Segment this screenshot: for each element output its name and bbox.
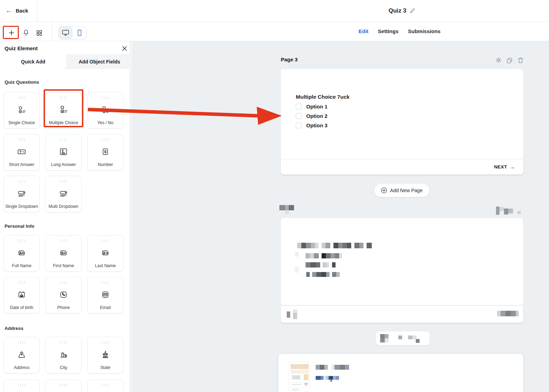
option-checkbox[interactable] bbox=[296, 122, 302, 128]
tab-quick-add[interactable]: Quick Add bbox=[0, 54, 66, 69]
redacted-question-title bbox=[297, 243, 372, 248]
add-new-page-button[interactable]: Add New Page bbox=[374, 184, 429, 197]
add-element-button[interactable] bbox=[7, 29, 16, 37]
element-card-first-name[interactable]: First Name bbox=[45, 235, 82, 272]
drag-dots-icon bbox=[18, 384, 25, 386]
element-card-city[interactable]: City bbox=[45, 337, 82, 374]
redacted-option bbox=[306, 272, 340, 277]
element-card-single-dropdown[interactable]: Single Dropdown bbox=[3, 176, 40, 212]
element-card-label: State bbox=[100, 365, 111, 370]
redacted-page-actions[interactable] bbox=[496, 206, 521, 215]
multiple-choice-icon bbox=[59, 105, 68, 115]
element-card-long-answer[interactable]: Long Answer bbox=[45, 134, 82, 171]
element-card-address[interactable]: Address bbox=[3, 337, 40, 374]
section-title-quiz-questions: Quiz Questions bbox=[5, 80, 39, 85]
delete-page-trash-icon[interactable] bbox=[517, 57, 524, 63]
drag-dots-icon bbox=[101, 341, 109, 344]
redacted-option-checkbox bbox=[295, 252, 299, 257]
duplicate-page-icon[interactable] bbox=[506, 57, 513, 64]
option-checkbox[interactable] bbox=[296, 113, 302, 119]
redacted-option-checkbox bbox=[295, 266, 299, 273]
city-icon bbox=[59, 350, 68, 360]
option-label[interactable]: Option 2 bbox=[306, 113, 328, 119]
mobile-preview-button[interactable] bbox=[73, 27, 87, 39]
redacted-back-button[interactable] bbox=[287, 311, 297, 319]
next-button[interactable]: NEXT → bbox=[494, 164, 515, 170]
element-card-date-of-birth[interactable]: Date of birth bbox=[3, 277, 40, 314]
toolbar-divider bbox=[52, 22, 52, 41]
redacted-link[interactable] bbox=[316, 376, 339, 380]
drag-dots-icon bbox=[60, 341, 67, 344]
redacted-page-footer bbox=[281, 306, 523, 323]
header-divider bbox=[37, 0, 37, 21]
element-card-label: Address bbox=[14, 365, 29, 370]
desktop-preview-button[interactable] bbox=[59, 27, 73, 39]
drag-dots-icon bbox=[18, 180, 25, 183]
redacted-option bbox=[306, 253, 342, 258]
redacted-card-title bbox=[316, 365, 349, 370]
tab-edit[interactable]: Edit bbox=[359, 28, 368, 34]
back-button[interactable]: ← Back bbox=[6, 0, 28, 21]
page-settings-gear-icon[interactable] bbox=[495, 57, 502, 63]
header-rule bbox=[0, 21, 549, 22]
redacted-next-button[interactable] bbox=[497, 311, 519, 316]
element-card-state[interactable]: State bbox=[87, 337, 123, 374]
svg-text:$: $ bbox=[104, 150, 107, 154]
redacted-page-card bbox=[281, 218, 523, 305]
tab-add-object-fields[interactable]: Add Object Fields bbox=[66, 54, 133, 69]
option-checkbox[interactable] bbox=[296, 104, 302, 110]
drag-dots-icon bbox=[18, 341, 25, 344]
email-icon bbox=[100, 290, 110, 300]
template-thumbnail bbox=[289, 362, 310, 392]
single-dropdown-icon bbox=[17, 189, 27, 198]
element-card-phone[interactable]: Phone bbox=[45, 277, 82, 314]
element-card-short-answer[interactable]: Short Answer bbox=[3, 134, 40, 171]
notifications-bell-icon[interactable] bbox=[22, 28, 30, 37]
edit-title-pencil-icon[interactable] bbox=[409, 8, 415, 14]
tab-settings[interactable]: Settings bbox=[378, 28, 398, 34]
element-card-multiple-choice[interactable]: Multiple Choice bbox=[45, 92, 82, 129]
back-arrow-icon: ← bbox=[6, 7, 12, 14]
section-title-personal-info: Personal Info bbox=[5, 224, 35, 229]
drag-dots-icon bbox=[60, 138, 67, 141]
device-preview-toggle bbox=[58, 26, 87, 39]
drag-dots-icon bbox=[60, 384, 67, 386]
element-card-yes-no[interactable]: Yes / No bbox=[87, 92, 123, 129]
element-card-label: Multiple Choice bbox=[49, 120, 78, 125]
drag-dots-icon bbox=[101, 384, 109, 386]
drag-dots-icon bbox=[101, 239, 109, 242]
single-choice-icon bbox=[17, 105, 27, 115]
arrow-right-icon: → bbox=[510, 164, 515, 170]
option-label[interactable]: Option 3 bbox=[306, 122, 328, 128]
element-card-email[interactable]: Email bbox=[87, 277, 123, 314]
option-label[interactable]: Option 1 bbox=[306, 104, 328, 110]
element-card-label: Short Answer bbox=[9, 162, 34, 167]
element-card-partial[interactable] bbox=[45, 379, 82, 392]
text-cursor-icon bbox=[330, 377, 333, 382]
editor-nav: Edit Settings Submissions bbox=[359, 22, 441, 41]
element-card-multi-dropdown[interactable]: Multi Dropdown bbox=[45, 176, 82, 212]
redacted-page-label bbox=[285, 210, 289, 214]
panel-scrollbar[interactable] bbox=[129, 41, 133, 392]
element-card-partial[interactable] bbox=[87, 379, 123, 392]
drag-dots-icon bbox=[101, 281, 109, 284]
apps-grid-icon[interactable] bbox=[35, 29, 43, 37]
element-card-full-name[interactable]: Full Name bbox=[3, 235, 40, 272]
quiz-builder-app: ← Back Quiz 3 Edit bbox=[0, 0, 549, 392]
element-card-last-name[interactable]: Last Name bbox=[87, 235, 123, 272]
drag-dots-icon bbox=[18, 281, 25, 284]
next-label: NEXT bbox=[494, 164, 507, 169]
drag-dots-icon bbox=[101, 96, 109, 99]
question-title[interactable]: Multiple Choice 7uck bbox=[296, 94, 349, 100]
tab-submissions[interactable]: Submissions bbox=[408, 28, 441, 34]
drag-dots-icon bbox=[60, 281, 67, 284]
page-title: Quiz 3 bbox=[389, 7, 406, 14]
element-card-partial[interactable] bbox=[3, 379, 40, 392]
element-card-label: Single Choice bbox=[8, 120, 35, 125]
section-title-address: Address bbox=[5, 326, 23, 331]
element-card-number[interactable]: $ Number bbox=[87, 134, 123, 171]
close-panel-icon[interactable] bbox=[121, 45, 128, 52]
date-of-birth-icon bbox=[17, 290, 27, 300]
element-card-single-choice[interactable]: Single Choice bbox=[3, 92, 40, 129]
redacted-add-page-button[interactable] bbox=[376, 331, 430, 345]
